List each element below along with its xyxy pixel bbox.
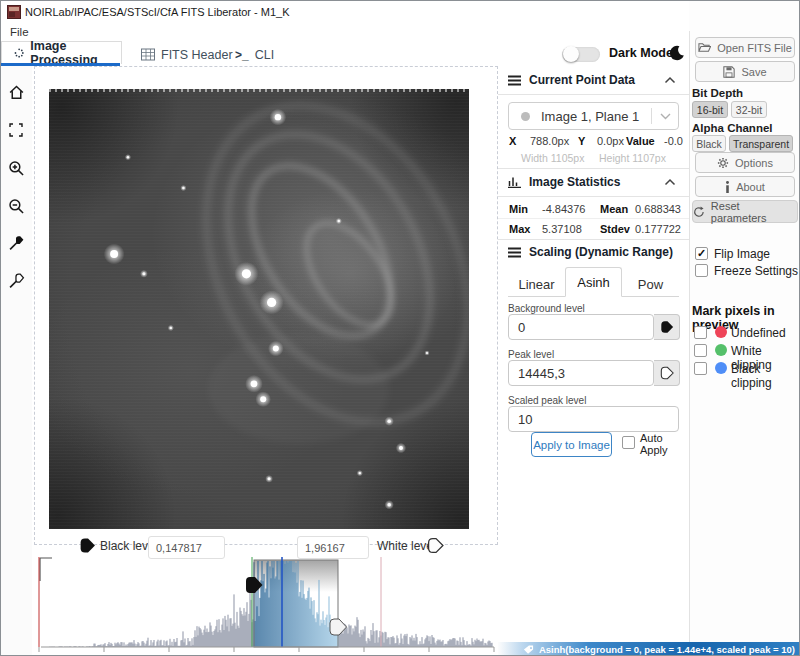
y-value: 0.0px: [597, 135, 624, 147]
alpha-black-button[interactable]: Black: [692, 135, 726, 152]
fits-preview-image[interactable]: [49, 89, 469, 529]
collapse-button[interactable]: [664, 178, 678, 190]
terminal-icon: >_: [235, 48, 249, 62]
tab-pow[interactable]: Pow: [622, 272, 679, 296]
tab-linear[interactable]: Linear: [508, 272, 565, 296]
about-label: About: [736, 181, 765, 193]
statistics-header[interactable]: Image Statistics: [508, 175, 620, 189]
divider: [498, 94, 689, 95]
chevron-up-icon: [664, 76, 676, 84]
max-value: 5.37108: [542, 223, 582, 235]
image-height-text: Height 1107px: [599, 152, 666, 164]
peak-level-input[interactable]: 14445,3: [508, 360, 654, 386]
table-icon: [141, 48, 155, 61]
open-fits-button[interactable]: Open FITS File: [695, 37, 795, 58]
divider: [498, 239, 689, 240]
auto-apply-checkbox[interactable]: [622, 436, 635, 449]
peak-level-label: Peak level: [508, 349, 554, 360]
freeze-settings-label: Freeze Settings: [714, 264, 798, 278]
status-text: Asinh(background = 0, peak = 1.44e+4, sc…: [539, 644, 795, 655]
black-level-value: 0,147817: [156, 542, 202, 554]
window-title: NOIRLab/IPAC/ESA/STScI/CfA FITS Liberato…: [25, 6, 290, 18]
alpha-transparent-button[interactable]: Transparent: [729, 135, 793, 152]
preview-toolbar: [1, 66, 32, 655]
auto-apply-label: Auto Apply: [640, 432, 668, 456]
black-level-icon: [79, 537, 96, 554]
reset-parameters-button[interactable]: Reset parameters: [692, 200, 798, 223]
scaled-peak-label: Scaled peak level: [508, 395, 586, 406]
zoom-in-button[interactable]: [8, 160, 26, 178]
white-blob-icon: [660, 366, 674, 380]
options-label: Options: [735, 157, 773, 169]
mean-value: 0.688343: [635, 203, 681, 215]
nebula-arcs: [154, 89, 469, 468]
pick-peak-button[interactable]: [654, 360, 680, 386]
image-width-text: Width 1105px: [521, 152, 584, 164]
scaled-peak-input[interactable]: 10: [508, 406, 679, 432]
black-blob-icon: [660, 320, 674, 334]
white-level-picker-button[interactable]: [8, 272, 26, 290]
dark-mode-toggle[interactable]: [562, 47, 600, 62]
alpha-channel-label: Alpha Channel: [692, 122, 773, 134]
app-icon: [7, 5, 21, 19]
menu-file[interactable]: File: [1, 26, 38, 38]
image-plane-select[interactable]: Image 1, Plane 1: [508, 102, 679, 130]
tab-cli[interactable]: >_ CLI: [223, 43, 286, 66]
bit-depth-16-button[interactable]: 16-bit: [692, 101, 728, 118]
bar-chart-icon: [508, 176, 521, 188]
save-icon: [723, 66, 735, 78]
flip-image-checkbox[interactable]: [695, 247, 708, 260]
expand-icon: [8, 122, 24, 138]
status-bar: Asinh(background = 0, peak = 1.44e+4, sc…: [498, 642, 800, 656]
menu-lines-icon: [508, 247, 521, 258]
background-level-value: 0: [518, 320, 525, 335]
collapse-button[interactable]: [664, 76, 678, 88]
tab-label: CLI: [255, 48, 274, 62]
flip-image-label: Flip Image: [714, 247, 770, 261]
home-button[interactable]: [8, 84, 26, 102]
home-icon: [8, 84, 25, 101]
zoom-out-icon: [8, 198, 25, 215]
undefined-checkbox[interactable]: [694, 326, 707, 339]
processing-dots-icon: [14, 46, 24, 60]
white-clipping-checkbox[interactable]: [694, 344, 707, 357]
reset-icon: [693, 206, 705, 218]
divider: [498, 218, 689, 219]
black-clipping-color-dot: [715, 362, 727, 374]
star-field: [104, 109, 430, 510]
undefined-label: Undefined: [731, 326, 786, 340]
zoom-out-button[interactable]: [8, 198, 26, 216]
zoom-in-icon: [8, 160, 25, 177]
panel-title: Scaling (Dynamic Range): [529, 245, 673, 259]
control-panel: Current Point Data Image 1, Plane 1 X 78…: [498, 66, 689, 642]
menu-lines-icon: [508, 75, 521, 86]
black-level-picker-button[interactable]: [8, 234, 26, 252]
black-clipping-checkbox[interactable]: [694, 362, 707, 375]
point-value: -0.0: [664, 135, 683, 147]
histogram[interactable]: [34, 555, 498, 656]
tab-image-processing[interactable]: Image Processing: [1, 41, 122, 64]
scaled-peak-value: 10: [518, 412, 532, 427]
about-button[interactable]: About: [695, 176, 795, 197]
background-level-label: Background level: [508, 303, 585, 314]
x-value: 788.0px: [530, 135, 569, 147]
open-fits-label: Open FITS File: [717, 42, 792, 54]
nebula-overlay: [49, 89, 469, 529]
current-point-header[interactable]: Current Point Data: [508, 73, 635, 87]
options-button[interactable]: Options: [695, 152, 795, 173]
save-button[interactable]: Save: [695, 61, 795, 82]
fit-to-view-button[interactable]: [8, 122, 26, 140]
background-level-input[interactable]: 0: [508, 314, 654, 340]
title-bar: NOIRLab/IPAC/ESA/STScI/CfA FITS Liberato…: [1, 1, 799, 23]
tab-asinh[interactable]: Asinh: [565, 267, 622, 297]
scaling-header[interactable]: Scaling (Dynamic Range): [508, 245, 673, 259]
stdev-value: 0.177722: [635, 223, 681, 235]
chevron-down-icon: [652, 113, 678, 120]
folder-open-icon: [698, 42, 711, 53]
stdev-label: Stdev: [600, 223, 630, 235]
histogram-axis: [39, 647, 494, 652]
apply-to-image-button[interactable]: Apply to Image: [531, 432, 612, 457]
pick-background-button[interactable]: [654, 314, 680, 340]
freeze-settings-checkbox[interactable]: [695, 264, 708, 277]
bit-depth-32-button[interactable]: 32-bit: [731, 101, 767, 118]
